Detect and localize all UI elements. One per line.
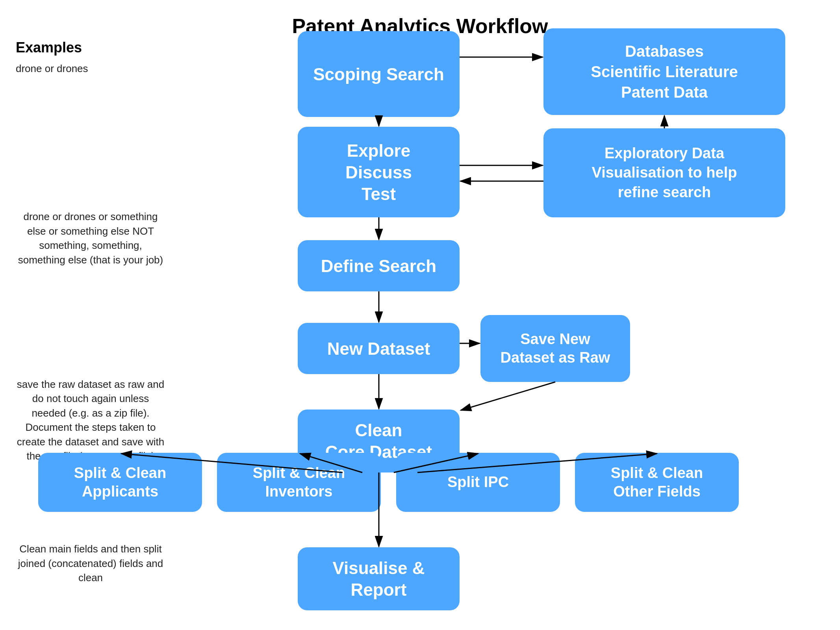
save-raw-box: Save New Dataset as Raw (480, 315, 630, 382)
examples-text4: Clean main fields and then split joined … (16, 542, 165, 585)
split-ipc-box: Split IPC (396, 453, 560, 512)
examples-section: Examples drone or drones drone or drones… (16, 39, 165, 630)
svg-line-10 (461, 382, 555, 410)
scoping-search-box: Scoping Search (298, 31, 460, 117)
define-search-box: Define Search (298, 240, 460, 291)
new-dataset-box: New Dataset (298, 323, 460, 374)
exploratory-box: Exploratory Data Visualisation to help r… (543, 128, 785, 217)
examples-text1: drone or drones (16, 61, 165, 76)
examples-text2: drone or drones or something else or som… (16, 209, 165, 267)
split-inventors-box: Split & Clean Inventors (217, 453, 381, 512)
examples-text3: save the raw dataset as raw and do not t… (16, 377, 165, 463)
explore-box: Explore Discuss Test (298, 127, 460, 217)
split-applicants-box: Split & Clean Applicants (38, 453, 202, 512)
split-other-box: Split & Clean Other Fields (575, 453, 739, 512)
databases-box: Databases Scientific Literature Patent D… (543, 28, 785, 115)
examples-heading: Examples (16, 39, 165, 56)
visualise-box: Visualise & Report (298, 547, 460, 610)
